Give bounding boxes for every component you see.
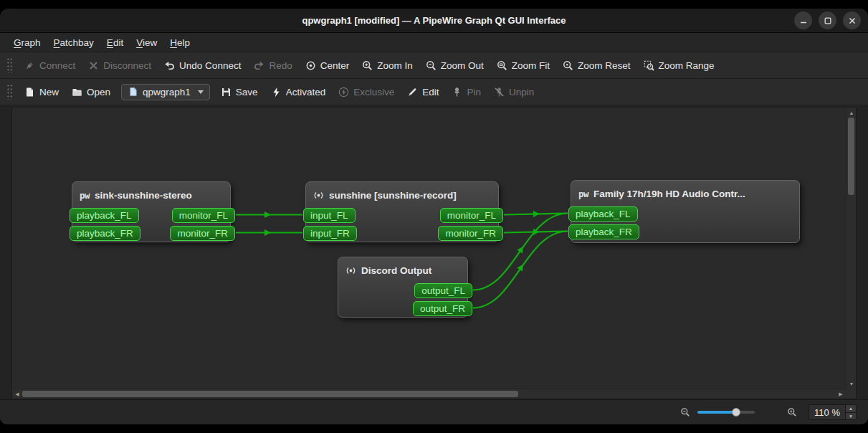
patchbay-toolbar: New Open qpwgraph1 Save Activated bbox=[0, 79, 868, 105]
zoom-slider[interactable] bbox=[697, 407, 755, 417]
port-monitor-fl[interactable]: monitor_FL bbox=[172, 208, 235, 223]
port-input-fr[interactable]: input_FR bbox=[303, 226, 357, 241]
zoom-value: 110 % bbox=[809, 405, 845, 419]
menu-help[interactable]: Help bbox=[163, 34, 196, 51]
save-button[interactable]: Save bbox=[214, 83, 264, 101]
scroll-down-button[interactable]: ▼ bbox=[846, 379, 857, 389]
menu-view[interactable]: View bbox=[130, 34, 163, 51]
connection[interactable] bbox=[504, 214, 568, 215]
zoom-in-button[interactable]: Zoom In bbox=[356, 57, 419, 75]
port-output-fr[interactable]: output_FR bbox=[413, 301, 472, 316]
menu-graph[interactable]: Graph bbox=[7, 34, 47, 51]
connect-button[interactable]: Connect bbox=[18, 57, 82, 75]
zoom-out-icon bbox=[426, 60, 437, 71]
maximize-icon bbox=[824, 17, 831, 24]
undo-icon bbox=[164, 60, 175, 71]
zoom-out-button[interactable]: Zoom Out bbox=[419, 57, 490, 75]
horizontal-scrollbar-thumb[interactable] bbox=[22, 391, 518, 397]
zoom-spinbox[interactable]: 110 % ▲ ▼ bbox=[809, 404, 857, 420]
open-button[interactable]: Open bbox=[65, 83, 117, 101]
record-icon bbox=[313, 190, 324, 201]
statusbar-zoom-out-icon[interactable] bbox=[679, 407, 690, 418]
menubar: Graph Patchbay Edit View Help bbox=[0, 33, 868, 52]
zoom-spin-up-button[interactable]: ▲ bbox=[846, 405, 856, 413]
app-window: qpwgraph1 [modified] — A PipeWire Graph … bbox=[0, 9, 868, 424]
window-title: qpwgraph1 [modified] — A PipeWire Graph … bbox=[302, 15, 566, 26]
vertical-scrollbar[interactable]: ▲ ▼ bbox=[846, 108, 856, 389]
disconnect-button[interactable]: Disconnect bbox=[82, 57, 158, 75]
node-title: sink-sunshine-stereo bbox=[95, 190, 192, 201]
scroll-right-button[interactable]: ▶ bbox=[836, 389, 846, 399]
scroll-left-button[interactable]: ◀ bbox=[12, 389, 22, 399]
activated-bolt-icon bbox=[271, 87, 282, 97]
menu-edit[interactable]: Edit bbox=[100, 34, 130, 51]
port-output-fl[interactable]: output_FL bbox=[414, 283, 472, 298]
graph-toolbar: Connect Disconnect Undo Connect Redo Cen bbox=[0, 52, 868, 79]
node-family-hd-audio[interactable]: pw Family 17h/19h HD Audio Contr... play… bbox=[571, 180, 800, 243]
node-discord-output[interactable]: Discord Output output_FL output_FR bbox=[338, 257, 468, 318]
patchbay-profile-combo[interactable]: qpwgraph1 bbox=[121, 84, 210, 100]
zoom-reset-button[interactable]: Zoom Reset bbox=[556, 57, 637, 75]
port-monitor-fr[interactable]: monitor_FR bbox=[170, 226, 235, 241]
unpin-icon bbox=[494, 87, 505, 97]
maximize-button[interactable] bbox=[819, 11, 836, 29]
exclusive-bolt-icon bbox=[338, 87, 349, 97]
undo-connect-button[interactable]: Undo Connect bbox=[158, 57, 247, 75]
close-button[interactable] bbox=[843, 11, 861, 29]
patchbay-file-icon bbox=[128, 87, 138, 97]
redo-icon bbox=[254, 60, 264, 71]
activated-button[interactable]: Activated bbox=[264, 83, 333, 101]
pipewire-logo-icon: pw bbox=[80, 190, 90, 201]
scrollbar-corner bbox=[846, 389, 856, 399]
port-monitor-fl[interactable]: monitor_FL bbox=[440, 208, 503, 223]
window-controls bbox=[794, 11, 861, 29]
connection[interactable] bbox=[504, 232, 568, 233]
connection-arrow-icon bbox=[533, 229, 540, 235]
zoom-range-button[interactable]: Zoom Range bbox=[637, 57, 721, 75]
horizontal-scrollbar[interactable]: ◀ ▶ bbox=[12, 389, 846, 399]
connection-arrow-icon bbox=[517, 262, 526, 272]
port-monitor-fr[interactable]: monitor_FR bbox=[438, 226, 503, 241]
minimize-button[interactable] bbox=[794, 11, 812, 29]
node-sunshine[interactable]: sunshine [sunshine-record] input_FL moni… bbox=[305, 181, 499, 242]
port-playback-fr[interactable]: playback_FR bbox=[568, 224, 639, 239]
node-title: sunshine [sunshine-record] bbox=[329, 190, 457, 201]
connections-layer bbox=[12, 108, 856, 399]
redo-button[interactable]: Redo bbox=[247, 57, 298, 75]
zoom-spin-down-button[interactable]: ▼ bbox=[846, 413, 856, 420]
connection[interactable] bbox=[473, 232, 568, 308]
toolbar-grip[interactable] bbox=[6, 57, 13, 73]
edit-button[interactable]: Edit bbox=[401, 83, 445, 101]
menu-patchbay[interactable]: Patchbay bbox=[47, 34, 100, 51]
zoom-in-icon bbox=[362, 60, 373, 71]
disconnect-icon bbox=[88, 60, 99, 71]
save-icon bbox=[221, 87, 232, 97]
minimize-icon bbox=[800, 17, 807, 24]
port-playback-fl[interactable]: playback_FL bbox=[568, 206, 638, 222]
center-button[interactable]: Center bbox=[299, 57, 356, 75]
new-button[interactable]: New bbox=[18, 83, 65, 101]
zoom-slider-handle[interactable] bbox=[732, 408, 740, 417]
port-input-fl[interactable]: input_FL bbox=[303, 208, 356, 223]
chevron-down-icon bbox=[198, 90, 204, 94]
scroll-up-button[interactable]: ▲ bbox=[846, 108, 857, 118]
pin-button[interactable]: Pin bbox=[445, 83, 487, 101]
exclusive-button[interactable]: Exclusive bbox=[332, 83, 401, 101]
toolbar-grip[interactable] bbox=[6, 84, 13, 100]
patchbay-profile-value: qpwgraph1 bbox=[143, 87, 191, 97]
connection-arrow-icon bbox=[264, 211, 271, 218]
node-sink-sunshine-stereo[interactable]: pw sink-sunshine-stereo playback_FL moni… bbox=[72, 181, 231, 242]
port-playback-fl[interactable]: playback_FL bbox=[70, 208, 139, 223]
zoom-reset-icon bbox=[563, 60, 573, 71]
port-playback-fr[interactable]: playback_FR bbox=[70, 226, 140, 241]
unpin-button[interactable]: Unpin bbox=[487, 83, 540, 101]
graph-canvas[interactable]: pw sink-sunshine-stereo playback_FL moni… bbox=[11, 107, 857, 399]
zoom-fit-icon bbox=[497, 60, 507, 71]
vertical-scrollbar-thumb[interactable] bbox=[848, 118, 854, 195]
statusbar-zoom-in-icon[interactable] bbox=[786, 407, 797, 418]
connect-icon bbox=[24, 60, 35, 71]
statusbar: 110 % ▲ ▼ bbox=[0, 399, 868, 424]
zoom-fit-button[interactable]: Zoom Fit bbox=[490, 57, 556, 75]
node-title: Discord Output bbox=[361, 265, 431, 276]
titlebar: qpwgraph1 [modified] — A PipeWire Graph … bbox=[0, 9, 868, 33]
